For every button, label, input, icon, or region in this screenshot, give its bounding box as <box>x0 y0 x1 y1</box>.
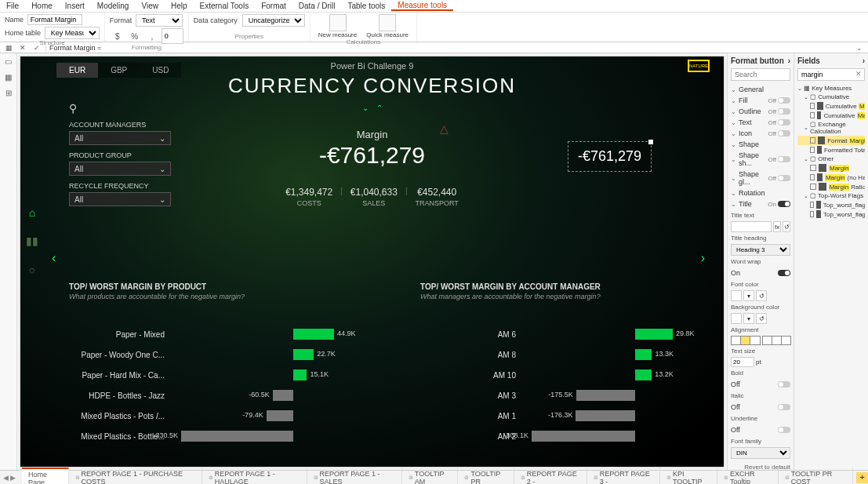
bar-row[interactable]: HDPE - Bottles - Jazz-60.5K <box>69 385 375 406</box>
filter-select-am[interactable]: All⌄ <box>69 131 171 145</box>
alignment-buttons[interactable] <box>731 336 790 345</box>
page-tab[interactable]: Home Page <box>22 468 69 485</box>
checkbox[interactable] <box>810 147 815 153</box>
format-select[interactable]: Text <box>136 14 183 27</box>
bar-row[interactable]: AM 813.3K <box>420 344 710 365</box>
checkbox[interactable] <box>810 103 815 109</box>
menu-external-tools[interactable]: External Tools <box>194 2 256 10</box>
menu-table-tools[interactable]: Table tools <box>342 2 392 10</box>
fx-button[interactable]: fx <box>773 221 781 232</box>
data-category-select[interactable]: Uncategorized <box>242 14 305 27</box>
field-item[interactable]: Format Margin <box>797 136 865 145</box>
quick-measure-button[interactable]: Quick measure <box>363 14 412 38</box>
format-row-general[interactable]: ⌄General <box>731 84 790 95</box>
group-header[interactable]: ⌄▢ Top-Worst Flags <box>797 191 865 200</box>
comma-format-button[interactable]: , <box>144 28 160 44</box>
bar-row[interactable]: AM 3-175.5K <box>420 385 710 406</box>
field-item[interactable]: Cumulative Margin Ratio <box>797 111 865 120</box>
italic-toggle[interactable] <box>776 404 790 410</box>
bar-row[interactable]: AM 629.8K <box>420 324 710 344</box>
checkbox[interactable] <box>810 211 814 217</box>
group-header[interactable]: ⌄▢ Other <box>797 155 865 163</box>
clear-search-icon[interactable]: ✕ <box>855 70 862 78</box>
format-row-text[interactable]: ⌄TextOff <box>731 117 790 128</box>
font-family-select[interactable]: DIN <box>731 447 790 459</box>
checkbox[interactable] <box>810 137 815 144</box>
format-row-shape-sh-[interactable]: ⌄Shape sh...Off <box>731 150 790 169</box>
menu-home[interactable]: Home <box>25 2 59 10</box>
currency-tab-gbp[interactable]: GBP <box>98 63 140 78</box>
currency-format-button[interactable]: $ <box>110 28 125 44</box>
page-tab[interactable]: ⊘EXCHR Tooltip <box>717 468 779 485</box>
format-row-fill[interactable]: ⌄FillOff <box>731 95 790 106</box>
bar-row[interactable]: Mixed Plastics - Bottle...-330.5K <box>69 426 375 446</box>
model-view-icon[interactable]: ⊞ <box>2 86 15 99</box>
menu-view[interactable]: View <box>135 2 165 10</box>
field-item[interactable]: Margin (no Haulage) <box>797 173 865 182</box>
bar-row[interactable]: AM 1-176.3K <box>420 406 710 426</box>
page-tab[interactable]: ⊘REPORT PAGE 1 - PURCHASE COSTS <box>69 468 202 485</box>
format-search-input[interactable] <box>731 68 790 81</box>
home-nav-icon[interactable]: ⌂ <box>25 206 39 220</box>
menu-data-drill[interactable]: Data / Drill <box>292 2 342 10</box>
nav-arrow-right[interactable]: › <box>701 250 705 264</box>
format-row-shape-gl-[interactable]: ⌄Shape gl...Off <box>731 169 790 187</box>
page-tab[interactable]: ⊘REPORT PAGE 1 - HAULAGE <box>202 468 307 485</box>
group-header[interactable]: ⌄▢ Exchange Calculation <box>797 120 865 136</box>
tabs-scroll-right[interactable]: ▶ <box>10 474 16 482</box>
chevron-right-icon[interactable]: › <box>788 56 790 65</box>
menu-measure-tools[interactable]: Measure tools <box>391 1 453 11</box>
group-header[interactable]: ⌄▢ Cumulative <box>797 93 865 101</box>
data-view-icon[interactable]: ▦ <box>2 71 15 83</box>
field-item[interactable]: Top_worst_flag Product M <box>797 209 865 219</box>
collapse-chevrons[interactable]: ⌄ ⌃ <box>362 104 383 112</box>
field-item[interactable]: Margin Ratio <box>797 182 865 191</box>
table-header[interactable]: ⌄▦ Key Measures <box>797 84 865 93</box>
checkbox[interactable] <box>810 112 815 118</box>
format-row-outline[interactable]: ⌄OutlineOff <box>731 106 790 117</box>
bg-color-dropdown[interactable]: ▾ <box>743 313 754 324</box>
format-row-rotation[interactable]: ⌄Rotation <box>731 187 790 198</box>
menu-insert[interactable]: Insert <box>59 2 91 10</box>
bar-row[interactable]: AM 1013.2K <box>420 365 710 385</box>
bar-row[interactable]: AM 2-308.1K <box>420 426 710 446</box>
bar-chart-product[interactable]: Paper - Mixed44.9KPaper - Woody One C...… <box>69 324 375 446</box>
nav-arrow-left[interactable]: ‹ <box>52 250 56 264</box>
check-icon[interactable]: ✓ <box>31 44 42 52</box>
report-view-icon[interactable]: ▭ <box>2 55 15 67</box>
format-row-title[interactable]: ⌄TitleOn <box>731 198 790 209</box>
checkbox[interactable] <box>810 174 815 180</box>
font-color-dropdown[interactable]: ▾ <box>743 290 754 301</box>
revert-icon[interactable]: ↺ <box>756 313 767 324</box>
table-icon[interactable]: ▦ <box>3 44 14 52</box>
measure-name-input[interactable] <box>27 14 82 25</box>
page-tab[interactable]: ⊘TOOLTIP PR <box>458 468 514 485</box>
bar-row[interactable]: Paper - Woody One C...22.7K <box>69 344 375 365</box>
revert-icon[interactable]: ↺ <box>756 290 767 301</box>
bar-row[interactable]: Paper - Hard Mix - Ca...15.1K <box>69 365 375 385</box>
chart-nav-icon[interactable]: ▮▮ <box>25 234 39 248</box>
menu-help[interactable]: Help <box>165 2 194 10</box>
filter-select-pg[interactable]: All⌄ <box>69 162 171 176</box>
field-item[interactable]: Top_worst_flag AM Margin <box>797 200 865 209</box>
chevron-up-icon[interactable]: ⌃ <box>376 104 383 112</box>
word-wrap-toggle[interactable] <box>776 270 790 276</box>
revert-icon[interactable]: ↺ <box>783 221 790 232</box>
menu-modeling[interactable]: Modeling <box>91 2 136 10</box>
bar-row[interactable]: Paper - Mixed44.9K <box>69 324 375 344</box>
page-tab[interactable]: ⊘REPORT PAGE 2 - <box>514 468 587 485</box>
format-row-shape[interactable]: ⌄Shape <box>731 139 790 150</box>
currency-tab-usd[interactable]: USD <box>140 63 181 78</box>
page-tab[interactable]: ⊘REPORT PAGE 1 - SALES <box>307 468 402 485</box>
page-tab[interactable]: ⊘TOOLTIP AM <box>402 468 459 485</box>
add-page-button[interactable]: + <box>856 472 868 483</box>
new-measure-button[interactable]: New measure <box>315 14 360 38</box>
currency-tab-eur[interactable]: EUR <box>56 63 98 78</box>
filter-select-rf[interactable]: All⌄ <box>69 192 171 206</box>
text-size-input[interactable] <box>731 357 754 367</box>
bar-row[interactable]: Mixed Plastics - Pots /...-79.4K <box>69 406 375 426</box>
formula-input[interactable]: Format Margin = <box>45 44 851 52</box>
checkbox[interactable] <box>810 165 816 171</box>
decimals-input[interactable] <box>162 28 183 44</box>
tabs-scroll-left[interactable]: ◀ <box>3 474 9 482</box>
